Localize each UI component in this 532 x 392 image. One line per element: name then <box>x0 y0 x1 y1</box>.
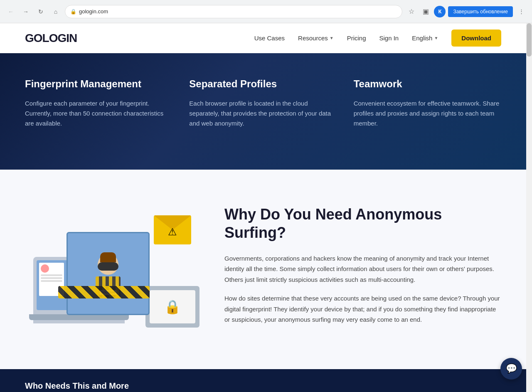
feature-teamwork-title: Teamwork <box>354 78 501 90</box>
forward-button[interactable]: → <box>20 6 32 17</box>
doc-photo <box>41 264 49 273</box>
logo-go: GO <box>25 32 42 44</box>
feature-teamwork: Teamwork Convenient ecosystem for effect… <box>354 78 501 128</box>
doc-line-2 <box>41 277 62 279</box>
envelope-bird-icon: ⚠ <box>168 226 177 238</box>
url-icon: 🔒 <box>70 9 76 15</box>
why-section: GOLOGIN 🔒 ⚠ Why Do You Need Anonymous Su… <box>0 170 526 369</box>
feature-profiles: Separated Profiles Each browser profile … <box>189 78 337 128</box>
footer-teaser-text: Who Needs This and More <box>25 381 129 391</box>
feature-teamwork-desc: Convenient ecosystem for effective teamw… <box>354 99 501 128</box>
nav-signin[interactable]: Sign In <box>379 35 399 42</box>
doc-line-1 <box>41 274 62 276</box>
back-button[interactable]: ← <box>5 6 17 17</box>
logo-login: LOGIN <box>42 32 77 44</box>
nav-use-cases[interactable]: Use Cases <box>254 35 285 42</box>
scroll-thumb[interactable] <box>527 23 532 57</box>
footer-section: Who Needs This and More <box>0 369 526 392</box>
bookmark-button[interactable]: ☆ <box>406 6 417 17</box>
browser-actions: ☆ ▣ К Завершить обновление ⋮ <box>406 6 527 17</box>
extensions-button[interactable]: ▣ <box>420 6 431 17</box>
profile-badge[interactable]: К <box>434 6 446 17</box>
update-button[interactable]: Завершить обновление <box>448 6 513 17</box>
browser-menu-button[interactable]: ⋮ <box>515 6 527 17</box>
browser-chrome: ← → ↻ ⌂ 🔒 gologin.com ☆ ▣ К Завершить об… <box>0 0 532 23</box>
envelope-illustration: ⚠ <box>154 215 191 244</box>
hacker-hair <box>100 252 116 262</box>
logo[interactable]: GOLOGIN <box>25 32 77 45</box>
url-text: gologin.com <box>79 8 108 15</box>
scroll-track <box>526 23 532 392</box>
nav-links: Use Cases Resources ▼ Pricing Sign In En… <box>254 30 501 47</box>
nav-download-button[interactable]: Download <box>451 30 501 47</box>
hacker-head <box>98 254 118 275</box>
why-para-2: How do sites determine that these very a… <box>224 293 501 325</box>
navbar: GOLOGIN Use Cases Resources ▼ Pricing Si… <box>0 23 526 53</box>
tablet-screen: 🔒 <box>150 290 195 323</box>
nav-resources[interactable]: Resources ▼ <box>298 35 334 42</box>
why-illustration: GOLOGIN 🔒 ⚠ <box>25 207 200 332</box>
feature-fingerprint: Fingerprint Management Configure each pa… <box>25 78 172 128</box>
why-para-1: Governments, corporations and hackers kn… <box>224 253 501 285</box>
feature-profiles-desc: Each browser profile is located in the c… <box>189 99 337 128</box>
hacker-mask <box>98 262 118 271</box>
resources-chevron-icon: ▼ <box>330 36 334 40</box>
features-section: Fingerprint Management Configure each pa… <box>0 53 526 170</box>
nav-language[interactable]: English ▼ <box>412 35 438 42</box>
warning-tape <box>58 286 150 298</box>
feature-fingerprint-desc: Configure each parameter of your fingerp… <box>25 99 172 128</box>
feature-fingerprint-title: Fingerprint Management <box>25 78 172 90</box>
feature-profiles-title: Separated Profiles <box>189 78 337 90</box>
tablet-illustration: 🔒 <box>145 286 200 328</box>
hacker-screen: GOLOGIN <box>66 232 150 315</box>
language-chevron-icon: ▼ <box>434 36 438 40</box>
lock-icon: 🔒 <box>164 299 181 315</box>
doc-line-3 <box>41 280 62 282</box>
nav-pricing[interactable]: Pricing <box>347 35 366 42</box>
why-content: Why Do You Need Anonymous Surfing? Gover… <box>224 205 501 333</box>
address-bar[interactable]: 🔒 gologin.com <box>65 5 402 18</box>
laptop-base <box>29 314 129 320</box>
chat-bubble-icon: 💬 <box>506 363 517 374</box>
reload-button[interactable]: ↻ <box>35 6 47 17</box>
chat-bubble-button[interactable]: 💬 <box>500 358 522 380</box>
why-title: Why Do You Need Anonymous Surfing? <box>224 205 501 241</box>
website-content: GOLOGIN Use Cases Resources ▼ Pricing Si… <box>0 23 526 392</box>
home-button[interactable]: ⌂ <box>50 6 62 17</box>
